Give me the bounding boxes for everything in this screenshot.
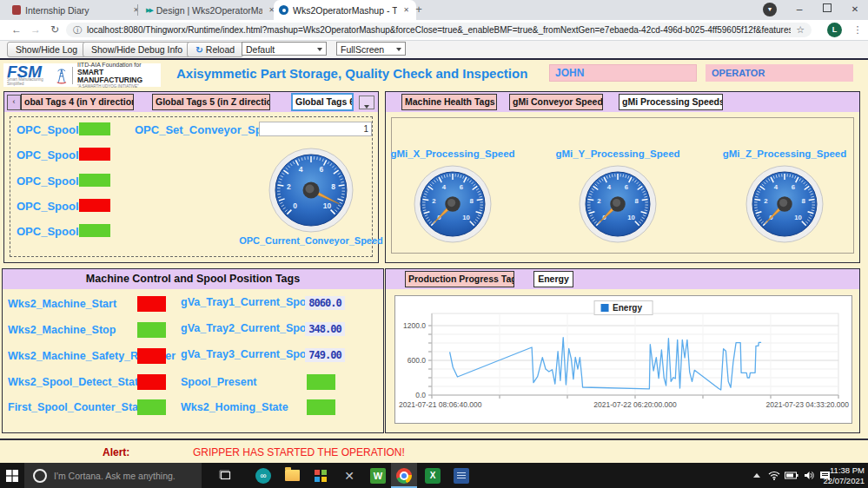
operator-role-label: OPERATOR	[706, 64, 853, 82]
task-view-button[interactable]	[212, 463, 238, 488]
taskbar-app-excel[interactable]	[420, 463, 446, 488]
notebook-favicon-icon	[12, 5, 21, 15]
browser-tab-design[interactable]: Design | Wks2OperatorMashup	[141, 0, 282, 20]
production-tabbar: Production Progress Tags Energy	[386, 269, 859, 290]
reload-button[interactable]: Reload	[187, 42, 243, 57]
tray-volume[interactable]	[801, 463, 817, 488]
tray2-current-spool-label: gVa_Tray2_Current_Spool	[181, 322, 316, 334]
taskbar-app-x[interactable]	[336, 463, 362, 488]
tray-wifi[interactable]	[766, 463, 782, 488]
taskbar-app-file-explorer[interactable]	[279, 463, 305, 488]
master-select[interactable]: Default	[242, 42, 327, 56]
fsm-logo: FSM Smart Manufacturing Simplified IITD-…	[3, 63, 161, 87]
machine-start-led	[137, 296, 166, 312]
browser-tab-runtime-active[interactable]: Wks2OperatorMashup - The ma	[274, 0, 416, 20]
spool1-label: OPC_Spool1	[17, 123, 85, 136]
tab-title: Internship Diary	[25, 5, 127, 16]
tab-global-tags-4[interactable]: obal Tags 4 (in Y direction)	[21, 94, 134, 110]
spool3-led	[79, 174, 110, 187]
svg-text:2: 2	[432, 197, 436, 205]
spool2-led	[79, 148, 110, 161]
start-button[interactable]	[0, 463, 24, 488]
spool5-label: OPC_Spool5	[17, 225, 85, 238]
taskbar-app-grid[interactable]	[308, 463, 334, 488]
browser-tab-internship-diary[interactable]: Internship Diary	[7, 0, 146, 20]
thingworx-debug-toolbar: Show/Hide Log Show/Hide Debug Info Reloa…	[0, 41, 868, 58]
set-conveyor-speed-input[interactable]	[259, 122, 372, 136]
chrome-icon	[396, 468, 412, 484]
svg-text:2021-07-23 04:33:20.000: 2021-07-23 04:33:20.000	[766, 400, 850, 409]
taskbar-app-w[interactable]	[365, 463, 391, 488]
cortana-icon	[33, 469, 47, 483]
tab-global-tags-5[interactable]: Global Tags 5 (in Z direction)	[152, 94, 270, 110]
health-tabbar: Machine Health Tags gMi Conveyor Speeds …	[386, 92, 859, 113]
new-tab-button[interactable]	[412, 3, 426, 16]
taskbar-clock[interactable]: 11:38 PM 22/07/2021	[823, 465, 865, 485]
tab-machine-health[interactable]: Machine Health Tags	[401, 94, 497, 110]
energy-panel: 0.0600.01200.02021-07-21 08:06:40.000202…	[386, 289, 859, 432]
arduino-icon	[255, 468, 271, 484]
gmi-x-speed-gauge: 0246810	[388, 164, 518, 247]
machine-start-label: Wks2_Machine_Start	[8, 298, 116, 310]
taskbar-app-chrome[interactable]	[391, 463, 417, 488]
browser-url-bar: localhost:8080/Thingworx/Runtime/index.h…	[0, 20, 868, 41]
machine-control-panel: Wks2_Machine_Start Wks2_Machine_Stop Wks…	[3, 289, 383, 432]
url-field[interactable]: localhost:8080/Thingworx/Runtime/index.h…	[66, 23, 812, 37]
tab-gmi-processing-speeds[interactable]: gMi Processing Speeds	[619, 94, 723, 110]
show-hide-debug-button[interactable]: Show/Hide Debug Info	[83, 42, 191, 57]
windows-logo-icon	[6, 470, 18, 482]
cortana-search-box[interactable]: I'm Cortana. Ask me anything.	[24, 463, 202, 488]
tray-show-hidden-icons[interactable]	[749, 463, 765, 488]
homing-state-led	[307, 399, 335, 415]
window-maximize-button[interactable]	[814, 0, 840, 20]
composer-favicon-icon	[146, 7, 152, 14]
chevron-up-icon	[753, 473, 760, 478]
tab-overflow-dropdown-button[interactable]	[359, 96, 374, 109]
chevron-down-icon	[317, 48, 322, 51]
forward-button-icon[interactable]	[28, 22, 43, 37]
page-title: Axisymmetic Part Storage, Quality Check …	[176, 66, 527, 81]
url-text[interactable]: localhost:8080/Thingworx/Runtime/index.h…	[87, 25, 791, 35]
svg-text:10: 10	[794, 214, 802, 221]
machine-control-section: Machine Control and Spool Position Tags …	[2, 268, 384, 433]
spool-detect-state-led	[137, 374, 166, 390]
spool1-led	[79, 122, 110, 135]
browser-menu-icon[interactable]	[852, 23, 863, 37]
tray-battery[interactable]	[783, 463, 800, 488]
svg-text:4: 4	[299, 165, 303, 174]
svg-text:4: 4	[442, 183, 447, 191]
fullscreen-select[interactable]: FullScreen	[336, 42, 406, 56]
gmi-z-speed-label: gMi_Z_Processing_Speed	[719, 148, 850, 159]
tab-gmi-conveyor-speeds[interactable]: gMi Conveyor Speeds	[509, 94, 603, 110]
clock-time: 11:38 PM	[823, 465, 865, 476]
show-hide-log-button[interactable]: Show/Hide Log	[7, 42, 86, 57]
tab-close-icon[interactable]	[131, 5, 141, 15]
tab-global-tags-6[interactable]: Global Tags 6	[291, 93, 354, 111]
global-tags-panel: OPC_Spool1 OPC_Spool2 OPC_Spool3 OPC_Spo…	[4, 112, 378, 262]
browser-avatar[interactable]: L	[827, 23, 842, 37]
tab-production-progress[interactable]: Production Progress Tags	[405, 271, 514, 287]
browser-profile-chevron-icon[interactable]	[763, 3, 777, 16]
gmi-y-speed-gauge: 0246810	[553, 164, 683, 247]
tab-energy[interactable]: Energy	[533, 271, 573, 287]
taskbar-app-arduino[interactable]	[250, 463, 276, 488]
page-info-icon[interactable]	[73, 24, 82, 36]
tray3-current-spool-label: gVa_Tray3_Current_Spool	[181, 348, 316, 360]
taskbar-app-bluedoc[interactable]	[448, 463, 474, 488]
conveyor-speed-gauge-label: OPC_Current_Conveyor_Speed	[237, 235, 385, 246]
back-button-icon[interactable]	[9, 22, 24, 37]
reload-page-icon[interactable]	[47, 22, 63, 37]
bookmark-star-icon[interactable]	[796, 24, 805, 36]
svg-text:0.0: 0.0	[415, 391, 426, 399]
production-section: Production Progress Tags Energy 0.0600.0…	[385, 268, 860, 433]
window-minimize-button[interactable]	[786, 0, 812, 20]
spool5-led	[79, 224, 110, 237]
file-explorer-icon	[285, 470, 300, 481]
window-close-button[interactable]	[842, 0, 868, 20]
chart-legend: Energy	[593, 300, 653, 315]
tab-close-icon[interactable]	[401, 5, 411, 15]
tab-scroll-left-button[interactable]	[7, 95, 21, 110]
operator-name-input[interactable]	[549, 64, 697, 82]
tab-title: Design | Wks2OperatorMashup	[156, 5, 263, 16]
excel-icon	[425, 468, 441, 484]
